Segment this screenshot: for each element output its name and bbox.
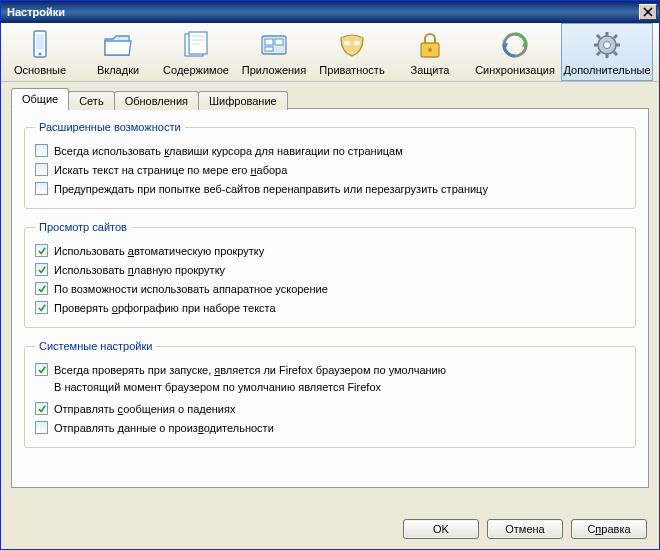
checkbox-perf[interactable] (35, 421, 48, 434)
group-browsing: Просмотр сайтов Использовать автоматичес… (24, 221, 636, 328)
phone-icon (24, 29, 56, 61)
category-applications[interactable]: Приложения (235, 23, 313, 81)
svg-point-12 (428, 48, 432, 52)
subtabs: Общие Сеть Обновления Шифрование (11, 88, 649, 109)
lock-icon (414, 29, 446, 61)
checkbox-cursor-nav[interactable] (35, 144, 48, 157)
label-cursor-nav[interactable]: Всегда использовать клавиши курсора для … (54, 145, 403, 157)
label-default-check[interactable]: Всегда проверять при запуске, является л… (54, 364, 446, 376)
checkbox-spellcheck[interactable] (35, 301, 48, 314)
row-hwaccel: По возможности использовать аппаратное у… (35, 279, 625, 298)
category-label: Дополнительные (563, 64, 650, 76)
documents-icon (180, 29, 212, 61)
category-advanced[interactable]: Дополнительные (561, 23, 653, 81)
category-privacy[interactable]: Приватность (313, 23, 391, 81)
group-system: Системные настройки Всегда проверять при… (24, 340, 636, 448)
row-perf: Отправлять данные о производительности (35, 418, 625, 437)
row-default-check: Всегда проверять при запуске, является л… (35, 360, 625, 379)
category-label: Вкладки (97, 64, 139, 76)
row-smoothscroll: Использовать плавную прокрутку (35, 260, 625, 279)
apps-icon (258, 29, 290, 61)
row-cursor-nav: Всегда использовать клавиши курсора для … (35, 141, 625, 160)
label-perf[interactable]: Отправлять данные о производительности (54, 422, 274, 434)
checkbox-smoothscroll[interactable] (35, 263, 48, 276)
group-advanced-features: Расширенные возможности Всегда использов… (24, 121, 636, 209)
svg-rect-8 (265, 47, 273, 51)
ok-button[interactable]: OK (403, 519, 479, 539)
tab-panel-general: Расширенные возможности Всегда использов… (11, 108, 649, 488)
label-search-as-type[interactable]: Искать текст на странице по мере его наб… (54, 164, 287, 176)
label-smoothscroll[interactable]: Использовать плавную прокрутку (54, 264, 225, 276)
label-hwaccel[interactable]: По возможности использовать аппаратное у… (54, 283, 328, 295)
settings-window: Настройки Основные Вкладки Содержимое (0, 0, 660, 550)
tab-encryption[interactable]: Шифрование (198, 91, 288, 110)
label-autoscroll[interactable]: Использовать автоматическую прокрутку (54, 245, 264, 257)
category-label: Содержимое (163, 64, 229, 76)
cancel-button[interactable]: Отмена (487, 519, 563, 539)
checkbox-crash[interactable] (35, 402, 48, 415)
default-browser-status: В настоящий момент браузером по умолчани… (35, 379, 625, 399)
svg-rect-4 (189, 32, 207, 54)
legend-system: Системные настройки (35, 340, 156, 352)
close-button[interactable] (639, 4, 657, 20)
sync-icon (499, 29, 531, 61)
tab-network[interactable]: Сеть (68, 91, 114, 110)
category-label: Основные (14, 64, 66, 76)
checkbox-warn-redirect[interactable] (35, 182, 48, 195)
category-sync[interactable]: Синхронизация (469, 23, 561, 81)
category-label: Синхронизация (475, 64, 555, 76)
window-title: Настройки (7, 6, 65, 18)
legend-advanced: Расширенные возможности (35, 121, 185, 133)
checkbox-hwaccel[interactable] (35, 282, 48, 295)
checkbox-default-check[interactable] (35, 363, 48, 376)
row-search-as-type: Искать текст на странице по мере его наб… (35, 160, 625, 179)
label-warn-redirect[interactable]: Предупреждать при попытке веб-сайтов пер… (54, 183, 488, 195)
checkbox-search-as-type[interactable] (35, 163, 48, 176)
category-tabs[interactable]: Вкладки (79, 23, 157, 81)
svg-point-15 (604, 42, 611, 49)
row-spellcheck: Проверять орфографию при наборе текста (35, 298, 625, 317)
category-security[interactable]: Защита (391, 23, 469, 81)
folder-icon (102, 29, 134, 61)
svg-point-2 (39, 53, 42, 56)
category-toolbar: Основные Вкладки Содержимое Приложения П… (1, 23, 659, 82)
tab-updates[interactable]: Обновления (114, 91, 199, 110)
svg-point-10 (354, 41, 360, 45)
mask-icon (336, 29, 368, 61)
svg-rect-1 (36, 34, 44, 50)
category-label: Приватность (319, 64, 384, 76)
row-autoscroll: Использовать автоматическую прокрутку (35, 241, 625, 260)
category-label: Приложения (242, 64, 306, 76)
svg-rect-7 (275, 39, 283, 45)
legend-browsing: Просмотр сайтов (35, 221, 131, 233)
gear-icon (591, 29, 623, 61)
row-warn-redirect: Предупреждать при попытке веб-сайтов пер… (35, 179, 625, 198)
row-crash: Отправлять сообщения о падениях (35, 399, 625, 418)
category-general[interactable]: Основные (1, 23, 79, 81)
tab-general[interactable]: Общие (11, 88, 69, 109)
dialog-buttons: OK Отмена Справка (403, 519, 647, 539)
label-crash[interactable]: Отправлять сообщения о падениях (54, 403, 235, 415)
category-content[interactable]: Содержимое (157, 23, 235, 81)
titlebar: Настройки (1, 1, 659, 23)
checkbox-autoscroll[interactable] (35, 244, 48, 257)
svg-point-9 (344, 41, 350, 45)
category-label: Защита (411, 64, 450, 76)
help-button[interactable]: Справка (571, 519, 647, 539)
label-spellcheck[interactable]: Проверять орфографию при наборе текста (54, 302, 276, 314)
svg-rect-6 (265, 39, 273, 45)
content-area: Общие Сеть Обновления Шифрование Расшире… (1, 82, 659, 498)
